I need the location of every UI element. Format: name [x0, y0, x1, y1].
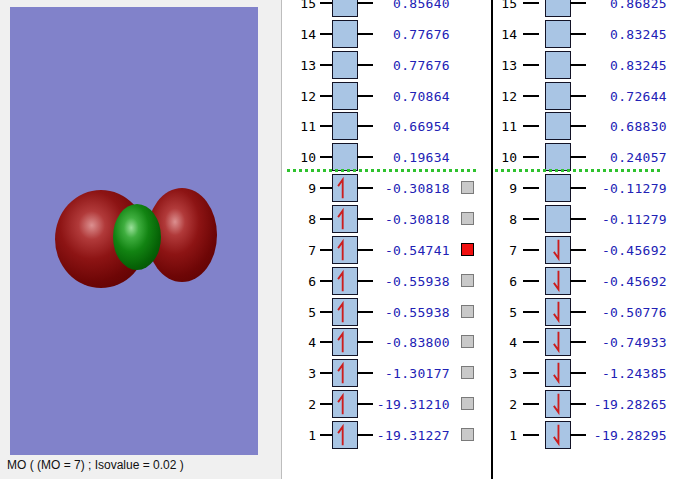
mo-energy-value: -19.28265	[585, 397, 667, 412]
mo-level-box[interactable]	[332, 298, 358, 326]
level-line-left	[523, 341, 539, 343]
level-line-right	[570, 434, 586, 436]
mo-level-number: 3	[493, 366, 517, 381]
mo-level-box[interactable]	[332, 328, 358, 356]
mo-level-row: 12 0.70864	[284, 81, 491, 111]
level-line-left	[523, 125, 539, 127]
mo-level-number: 6	[284, 273, 316, 288]
mo-energy-value: 0.68830	[585, 119, 667, 134]
level-line-left	[523, 95, 539, 97]
spin-arrow-icon	[333, 206, 357, 232]
mo-level-box[interactable]	[545, 174, 571, 202]
mo-level-box[interactable]	[545, 328, 571, 356]
level-line-right	[570, 2, 586, 4]
mo-level-box[interactable]	[545, 112, 571, 140]
mo-select-checkbox[interactable]	[461, 181, 474, 194]
spin-arrow-icon	[333, 360, 357, 386]
mo-level-box[interactable]	[332, 390, 358, 418]
mo-level-row: 7 -0.45692	[493, 235, 686, 265]
mo-level-box[interactable]	[545, 359, 571, 387]
level-line-left	[523, 311, 539, 313]
mo-level-box[interactable]	[332, 0, 358, 17]
mo-viewer-window: MO ( (MO = 7) ; Isovalue = 0.02 ) 15 0.8…	[0, 0, 686, 479]
spin-arrow-icon	[333, 391, 357, 417]
mo-level-row: 13 0.83245	[493, 50, 686, 80]
mo-select-checkbox[interactable]	[461, 397, 474, 410]
mo-level-number: 1	[493, 428, 517, 443]
mo-level-number: 7	[493, 242, 517, 257]
mo-level-row: 7 -0.54741	[284, 235, 491, 265]
mo-level-box[interactable]	[545, 143, 571, 171]
mo-level-number: 15	[493, 0, 517, 11]
level-line-right	[570, 33, 586, 35]
mo-level-row: 13 0.77676	[284, 50, 491, 80]
mo-energy-value: 0.86825	[585, 0, 667, 11]
mo-level-box[interactable]	[545, 298, 571, 326]
mo-level-row: 14 0.83245	[493, 19, 686, 49]
mo-level-row: 10 0.24057	[493, 142, 686, 172]
mo-level-number: 11	[493, 119, 517, 134]
mo-level-box[interactable]	[332, 421, 358, 449]
level-line-left	[523, 434, 539, 436]
mo-level-box[interactable]	[545, 236, 571, 264]
mo-select-checkbox[interactable]	[461, 305, 474, 318]
mo-select-checkbox[interactable]	[461, 212, 474, 225]
level-line-right	[570, 372, 586, 374]
mo-level-row: 1 -19.31227	[284, 420, 491, 450]
level-line-right	[570, 249, 586, 251]
mo-level-row: 12 0.72644	[493, 81, 686, 111]
mo-energy-value: -0.11279	[585, 181, 667, 196]
status-bar: MO ( (MO = 7) ; Isovalue = 0.02 )	[7, 458, 277, 472]
mo-level-box[interactable]	[545, 267, 571, 295]
level-line-left	[523, 156, 539, 158]
mo-level-box[interactable]	[332, 267, 358, 295]
mo-level-box[interactable]	[332, 205, 358, 233]
alpha-spin-diagram: 15 0.85640 14 0.77676 13 0.77676 12	[284, 0, 491, 479]
mo-level-number: 4	[493, 335, 517, 350]
mo-energy-value: 0.66954	[370, 119, 450, 134]
level-line-right	[570, 95, 586, 97]
mo-level-row: 6 -0.45692	[493, 266, 686, 296]
level-line-right	[570, 280, 586, 282]
homo-lumo-separator-beta	[495, 169, 660, 172]
spin-arrow-icon	[546, 422, 570, 448]
mo-select-checkbox[interactable]	[461, 428, 474, 441]
mo-select-checkbox[interactable]	[461, 274, 474, 287]
mo-select-checkbox[interactable]	[461, 243, 474, 256]
mo-level-box[interactable]	[545, 82, 571, 110]
mo-level-row: 4 -0.83800	[284, 327, 491, 357]
orbital-viewport[interactable]	[10, 7, 258, 455]
level-line-left	[523, 187, 539, 189]
mo-level-row: 15 0.86825	[493, 0, 686, 18]
mo-level-box[interactable]	[332, 112, 358, 140]
level-line-left	[523, 33, 539, 35]
mo-energy-value: -0.45692	[585, 273, 667, 288]
mo-level-number: 13	[284, 57, 316, 72]
mo-level-box[interactable]	[545, 51, 571, 79]
mo-level-box[interactable]	[545, 390, 571, 418]
mo-level-box[interactable]	[332, 236, 358, 264]
mo-level-box[interactable]	[332, 174, 358, 202]
homo-lumo-separator-alpha	[287, 169, 478, 172]
mo-level-number: 15	[284, 0, 316, 11]
mo-level-number: 12	[284, 88, 316, 103]
mo-level-box[interactable]	[545, 20, 571, 48]
mo-select-checkbox[interactable]	[461, 335, 474, 348]
level-line-left	[523, 280, 539, 282]
mo-level-box[interactable]	[332, 82, 358, 110]
mo-level-box[interactable]	[545, 0, 571, 17]
mo-energy-value: -1.30177	[370, 366, 450, 381]
mo-level-box[interactable]	[332, 359, 358, 387]
mo-level-box[interactable]	[545, 421, 571, 449]
level-line-left	[523, 249, 539, 251]
mo-level-box[interactable]	[545, 205, 571, 233]
mo-level-box[interactable]	[332, 20, 358, 48]
mo-select-checkbox[interactable]	[461, 366, 474, 379]
mo-level-row: 3 -1.24385	[493, 358, 686, 388]
spin-arrow-icon	[333, 268, 357, 294]
mo-energy-value: -0.55938	[370, 304, 450, 319]
mo-level-box[interactable]	[332, 51, 358, 79]
mo-level-number: 3	[284, 366, 316, 381]
mo-level-box[interactable]	[332, 143, 358, 171]
level-line-left	[523, 218, 539, 220]
